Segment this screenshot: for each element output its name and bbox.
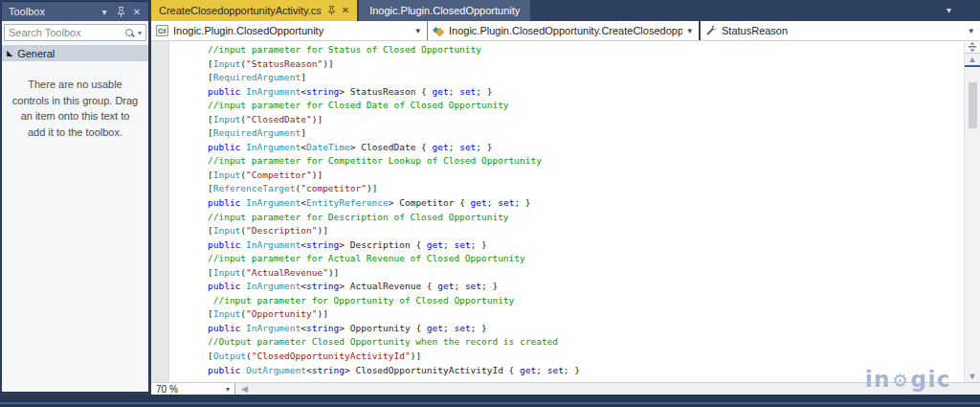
editor-bottom-bar: 70 % ▾ ◀ (151, 382, 980, 395)
code-line: public InArgument<string> Description { … (208, 238, 964, 253)
status-accent-line (0, 402, 980, 404)
scroll-up-arrow-icon[interactable]: ▲ (969, 54, 977, 65)
watermark-text: gic (911, 367, 951, 392)
code-line: //input parameter for Description of Clo… (208, 211, 964, 225)
scroll-down-arrow-icon[interactable]: ▼ (969, 371, 977, 382)
toolbox-titlebar[interactable]: Toolbox ▾ ✕ (2, 2, 148, 21)
zoom-level-combobox[interactable]: 70 % ▾ (151, 383, 235, 395)
expander-triangle-icon: ◢ (7, 49, 12, 57)
code-content[interactable]: //input parameter for Status of Closed O… (169, 41, 964, 382)
csharp-project-icon: C# (156, 25, 168, 36)
editor-area: CreateClosedopportunityActivity.cs ✕ Ino… (151, 0, 980, 395)
pin-icon[interactable] (114, 5, 127, 18)
code-line: public InArgument<string> StatusReason {… (208, 85, 964, 100)
vertical-scrollbar[interactable]: ▲ ▼ (964, 41, 980, 382)
splitter-grip[interactable] (965, 41, 980, 54)
chevron-down-icon: ▾ (415, 26, 422, 35)
property-wrench-icon (705, 25, 717, 36)
code-line: public InArgument<EntityReference> Compe… (208, 196, 964, 211)
chevron-down-icon: ▾ (687, 26, 694, 35)
tab-createclosedopportunityactivity[interactable]: CreateClosedopportunityActivity.cs ✕ (151, 0, 357, 21)
project-dropdown-label: Inogic.Plugin.ClosedOpportunity (173, 25, 411, 36)
chevron-down-icon: ▾ (226, 385, 230, 394)
code-line: [Input("ClosedDate")] (208, 113, 964, 127)
toolbox-title: Toolbox (9, 6, 95, 17)
code-line: [RequiredArgument] (208, 71, 964, 85)
watermark-text: in (865, 367, 891, 392)
member-dropdown-label: StatusReason (722, 25, 964, 36)
split-icon (968, 42, 977, 52)
code-line: public InArgument<string> ActualRevenue … (208, 280, 964, 294)
indicator-margin[interactable] (151, 41, 169, 382)
gear-icon: ⚙ (892, 370, 910, 391)
toolbox-search-input[interactable]: Search Toolbox ▾ (4, 24, 146, 41)
code-line: //input parameter for Status of Closed O… (208, 43, 964, 57)
toolbox-group-general[interactable]: ◢ General (2, 45, 148, 61)
code-line: [Output("ClosedOpportunityActivityId")] (208, 350, 964, 364)
window-bottom-frame (0, 395, 980, 407)
inogic-watermark: in⚙gic (865, 367, 951, 392)
code-line: public OutArgument<string> ClosedOpportu… (208, 364, 964, 378)
tab-close-icon[interactable]: ✕ (342, 6, 349, 15)
navigation-bar: C# Inogic.Plugin.ClosedOpportunity ▾ Ino… (151, 21, 980, 41)
chevron-down-icon: ▾ (969, 26, 975, 35)
toolbox-panel: Toolbox ▾ ✕ Search Toolbox ▾ ◢ General T… (1, 1, 149, 393)
document-tabstrip: CreateClosedopportunityActivity.cs ✕ Ino… (151, 0, 980, 21)
type-dropdown[interactable]: Inogic.Plugin.ClosedOpportunity.CreateCl… (428, 21, 701, 40)
code-line: [ReferenceTarget("competitor")] (208, 182, 964, 196)
code-line: public InArgument<DateTime> ClosedDate {… (208, 141, 964, 155)
code-line: [RequiredArgument] (208, 126, 964, 141)
window-options-chevron-icon[interactable]: ▾ (98, 5, 111, 18)
zoom-level-value: 70 % (156, 384, 226, 395)
scroll-position-marker (965, 65, 980, 67)
code-line: public InArgument<string> Opportunity { … (208, 322, 964, 336)
tab-pin-icon[interactable] (327, 6, 336, 15)
vs-window: Toolbox ▾ ✕ Search Toolbox ▾ ◢ General T… (0, 0, 980, 407)
code-line: //input parameter for Competitor Lookup … (208, 154, 964, 169)
member-dropdown[interactable]: StatusReason ▾ (701, 21, 980, 40)
close-icon[interactable]: ✕ (130, 5, 144, 18)
tab-label: Inogic.Plugin.ClosedOpportunity (369, 5, 520, 16)
code-line: //input parameter for Closed Date of Clo… (208, 99, 964, 113)
type-dropdown-label: Inogic.Plugin.ClosedOpportunity.CreateCl… (449, 25, 682, 36)
toolbox-empty-message: There are no usable controls in this gro… (2, 61, 148, 392)
search-options-chevron-icon[interactable]: ▾ (138, 29, 142, 37)
code-line: [Input("ActualRevenue")] (208, 266, 964, 281)
tab-label: CreateClosedopportunityActivity.cs (159, 5, 322, 16)
code-line: [Input("StatusReason")] (208, 57, 964, 72)
code-line: [Input("Opportunity")] (208, 307, 964, 322)
project-dropdown[interactable]: C# Inogic.Plugin.ClosedOpportunity ▾ (151, 21, 428, 40)
class-icon (433, 25, 444, 36)
toolbox-search-placeholder: Search Toolbox (9, 27, 124, 38)
search-icon (124, 28, 135, 38)
code-line: //input parameter for Opportunity of Clo… (208, 294, 964, 308)
code-line: //input parameter for Actual Revenue of … (208, 252, 964, 266)
scrollbar-thumb[interactable] (969, 82, 977, 128)
code-line: [Input("Competitor")] (208, 169, 964, 183)
code-line: //Output parameter Closed Opportunity wh… (208, 335, 964, 350)
tab-inogic-plugin-closedopportunity[interactable]: Inogic.Plugin.ClosedOpportunity (359, 0, 530, 21)
toolbox-group-label: General (17, 48, 55, 59)
code-editor: //input parameter for Status of Closed O… (151, 41, 980, 382)
scroll-left-arrow-icon[interactable]: ◀ (235, 384, 248, 394)
tab-overflow-chevron-icon[interactable]: ▾ (947, 5, 951, 15)
code-line: [Input("Description")] (208, 224, 964, 238)
